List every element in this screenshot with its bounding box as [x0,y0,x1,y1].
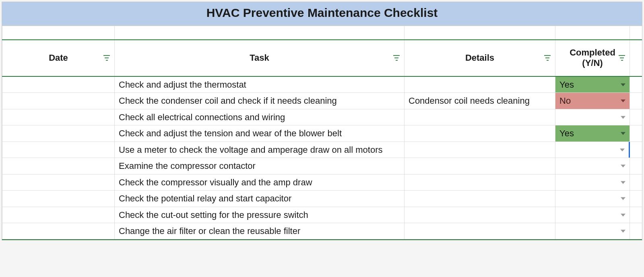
cell-completed[interactable] [555,174,630,191]
cell-date[interactable] [2,207,115,223]
col-header-completed-label: Completed (Y/N) [559,47,625,69]
cell-completed[interactable] [555,191,630,207]
col-header-date-label: Date [49,53,68,63]
table-row: Check the cut-out setting for the pressu… [2,207,642,224]
cell-details[interactable] [405,223,555,239]
cell-task[interactable]: Examine the compressor contactor [115,158,405,174]
cell-completed[interactable] [555,223,630,239]
cell-completed[interactable]: Yes [555,125,630,142]
chevron-down-icon[interactable] [621,230,625,233]
cell-task[interactable]: Check and adjust the thermostat [115,77,405,93]
cell-completed[interactable]: No [555,93,630,109]
filter-icon[interactable] [103,55,110,61]
cell-completed[interactable] [555,158,630,174]
cell-details[interactable]: Condensor coil needs cleaning [405,93,555,109]
cell-date[interactable] [2,223,115,239]
cell-date[interactable] [2,125,115,142]
cell-date[interactable] [2,174,115,191]
cell-task[interactable]: Check all electrical connections and wir… [115,109,405,125]
table-row: Use a meter to check the voltage and amp… [2,142,642,158]
spreadsheet: HVAC Preventive Maintenance Checklist Da… [2,2,642,240]
col-header-details[interactable]: Details [405,40,555,76]
filter-icon[interactable] [618,55,625,61]
table-body: Check and adjust the thermostatYesCheck … [2,77,642,240]
cell-task[interactable]: Check the compressor visually and the am… [115,174,405,191]
chevron-down-icon[interactable] [621,213,625,216]
col-header-details-label: Details [465,53,494,63]
table-row: Examine the compressor contactor [2,158,642,174]
table-row: Change the air filter or clean the reusa… [2,223,642,240]
cell-completed[interactable] [555,109,630,125]
table-row: Check the condenser coil and check if it… [2,93,642,109]
cell-task[interactable]: Check the condenser coil and check if it… [115,93,405,109]
table-row: Check the potential relay and start capa… [2,191,642,207]
cell-completed-value: No [559,95,571,107]
cell-date[interactable] [2,191,115,207]
cell-date[interactable] [2,158,115,174]
col-header-completed[interactable]: Completed (Y/N) [555,40,630,76]
cell-details[interactable] [405,125,555,142]
cell-task[interactable]: Check the potential relay and start capa… [115,191,405,207]
cell-completed[interactable]: Yes [555,77,630,93]
cell-details[interactable] [405,109,555,125]
cell-details[interactable] [405,174,555,191]
cell-details[interactable] [405,158,555,174]
cell-date[interactable] [2,77,115,93]
chevron-down-icon[interactable] [621,116,625,119]
sheet-title-text: HVAC Preventive Maintenance Checklist [206,6,438,19]
cell-task[interactable]: Check and adjust the tension and wear of… [115,125,405,142]
cell-completed-value: Yes [559,128,574,139]
table-header-row: Date Task Details Completed (Y/N) [2,40,642,77]
cell-details[interactable] [405,77,555,93]
cell-date[interactable] [2,109,115,125]
table-row: Check all electrical connections and wir… [2,109,642,126]
sheet-title: HVAC Preventive Maintenance Checklist [2,2,642,26]
table-row: Check the compressor visually and the am… [2,174,642,191]
chevron-down-icon[interactable] [621,181,625,184]
col-header-date[interactable]: Date [2,40,115,76]
chevron-down-icon[interactable] [621,197,625,200]
table-row: Check and adjust the tension and wear of… [2,125,642,142]
cell-completed-value: Yes [559,79,574,90]
col-header-task[interactable]: Task [115,40,405,76]
cell-task[interactable]: Check the cut-out setting for the pressu… [115,207,405,223]
cell-task[interactable]: Use a meter to check the voltage and amp… [115,142,405,158]
chevron-down-icon[interactable] [621,83,625,86]
cell-date[interactable] [2,93,115,109]
filter-icon[interactable] [544,55,551,61]
chevron-down-icon[interactable] [621,165,625,168]
cell-completed[interactable] [555,142,630,158]
chevron-down-icon[interactable] [621,100,625,103]
cell-date[interactable] [2,142,115,158]
cell-completed[interactable] [555,207,630,223]
cell-task[interactable]: Change the air filter or clean the reusa… [115,223,405,239]
col-header-task-label: Task [250,53,269,63]
cell-details[interactable] [405,207,555,223]
cell-details[interactable] [405,142,555,158]
table-row: Check and adjust the thermostatYes [2,77,642,93]
filter-icon[interactable] [393,55,400,61]
chevron-down-icon[interactable] [620,148,625,151]
cell-details[interactable] [405,191,555,207]
chevron-down-icon[interactable] [621,132,625,135]
spacer-row [2,26,642,40]
